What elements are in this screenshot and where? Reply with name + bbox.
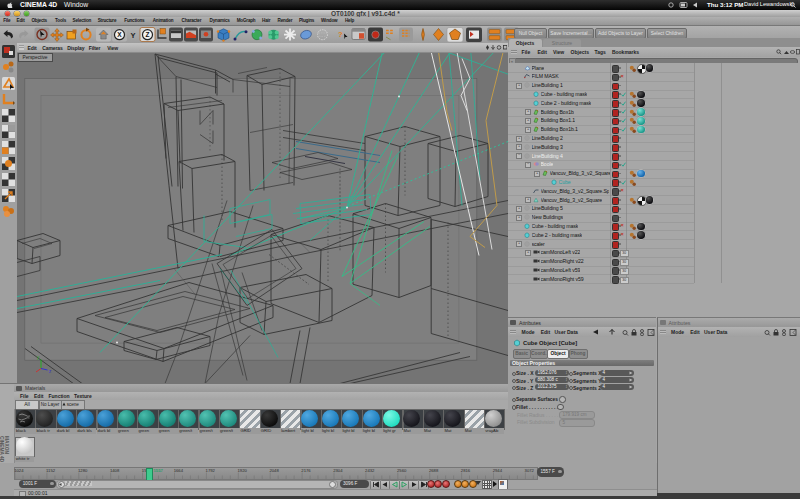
svg-text:X: X — [117, 31, 122, 38]
svg-text:?: ? — [338, 29, 343, 38]
svg-text:z: z — [49, 368, 52, 373]
svg-text:Y: Y — [130, 30, 135, 39]
svg-text:Z: Z — [146, 31, 150, 38]
